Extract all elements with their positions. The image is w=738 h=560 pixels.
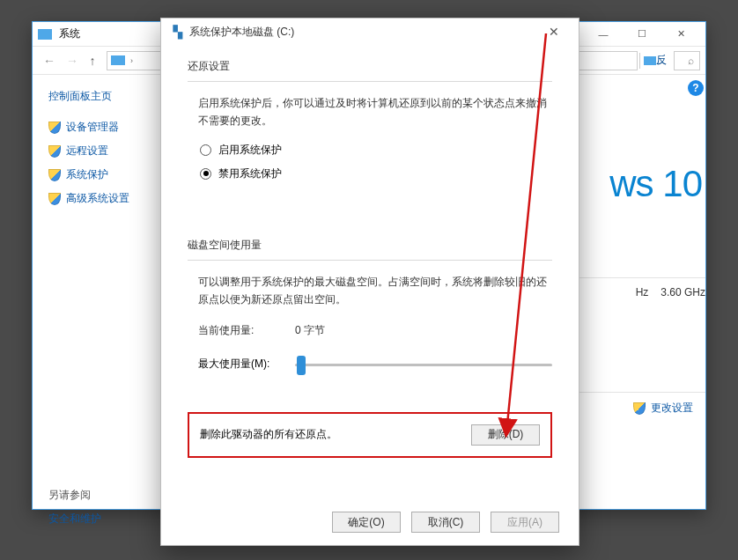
max-usage-row: 最大使用量(M): xyxy=(188,354,552,375)
see-also-label: 另请参阅 xyxy=(48,488,158,503)
system-protection-dialog: ▝▖ 系统保护本地磁盘 (C:) ✕ 还原设置 启用系统保护后，你可以通过及时将… xyxy=(160,18,579,546)
chevron-right-icon: › xyxy=(130,56,133,65)
divider xyxy=(565,277,705,278)
close-button[interactable]: ✕ xyxy=(661,22,700,47)
delete-description: 删除此驱动器的所有还原点。 xyxy=(200,427,459,442)
sidebar-item-advanced[interactable]: 高级系统设置 xyxy=(48,191,158,206)
protection-radio-group: 启用系统保护 禁用系统保护 xyxy=(188,143,552,181)
current-usage-value: 0 字节 xyxy=(295,323,325,338)
dialog-title: 系统保护本地磁盘 (C:) xyxy=(189,25,536,40)
disk-usage-description: 可以调整用于系统保护的最大磁盘空间。占满空间时，系统将删除较旧的还原点以便为新还… xyxy=(188,273,552,309)
dialog-footer: 确定(O) 取消(C) 应用(A) xyxy=(161,503,579,542)
monitor-icon xyxy=(644,56,656,65)
up-button[interactable]: ↑ xyxy=(84,54,101,68)
divider xyxy=(188,81,552,82)
shield-icon xyxy=(48,145,61,158)
radio-enable-protection[interactable]: 启用系统保护 xyxy=(200,143,552,158)
dialog-titlebar: ▝▖ 系统保护本地磁盘 (C:) ✕ xyxy=(161,18,579,45)
radio-disable-protection[interactable]: 禁用系统保护 xyxy=(200,166,552,181)
shield-icon xyxy=(48,122,61,134)
radio-icon xyxy=(200,144,211,156)
radio-label: 禁用系统保护 xyxy=(218,166,282,181)
current-usage-label: 当前使用量: xyxy=(198,323,295,338)
sidebar-item-protection[interactable]: 系统保护 xyxy=(48,167,158,182)
shield-icon xyxy=(48,169,61,181)
sidebar-item-device-mgr[interactable]: 设备管理器 xyxy=(48,120,158,135)
close-icon[interactable]: ✕ xyxy=(536,25,572,39)
slider-track xyxy=(295,364,552,366)
max-usage-label: 最大使用量(M): xyxy=(198,357,295,372)
radio-label: 启用系统保护 xyxy=(218,143,282,158)
divider xyxy=(565,392,705,393)
radio-icon xyxy=(200,168,211,180)
drive-icon: ▝▖ xyxy=(168,25,182,39)
minimize-button[interactable]: — xyxy=(584,22,623,47)
windows10-brand: ws 10 xyxy=(609,163,702,205)
breadcrumb-segment[interactable]: 反 xyxy=(656,53,667,68)
maximize-button[interactable]: ☐ xyxy=(623,22,661,47)
restore-description: 启用系统保护后，你可以通过及时将计算机还原到以前的某个状态点来撤消不需要的更改。 xyxy=(188,94,552,130)
divider xyxy=(188,260,552,261)
shield-icon xyxy=(633,402,646,415)
section-restore-settings: 还原设置 xyxy=(188,59,552,74)
back-button[interactable]: ← xyxy=(38,54,61,68)
search-box[interactable]: ⌕ xyxy=(674,51,700,70)
forward-button[interactable]: → xyxy=(61,54,84,68)
search-icon: ⌕ xyxy=(688,55,694,67)
cpu-hz: Hz xyxy=(636,286,649,298)
monitor-icon xyxy=(111,55,125,65)
apply-button[interactable]: 应用(A) xyxy=(491,512,559,533)
help-icon[interactable]: ? xyxy=(688,80,704,96)
delete-restore-points-box: 删除此驱动器的所有还原点。 删除(D) xyxy=(188,412,552,458)
ok-button[interactable]: 确定(O) xyxy=(332,512,401,533)
slider-thumb[interactable] xyxy=(297,356,306,375)
sidebar-item-security[interactable]: 安全和维护 xyxy=(48,512,158,527)
shield-icon xyxy=(48,193,61,205)
sidebar-home[interactable]: 控制面板主页 xyxy=(48,89,158,104)
system-info: Hz 3.60 GHz xyxy=(636,286,705,298)
cpu-ghz: 3.60 GHz xyxy=(661,286,705,298)
sidebar-item-remote[interactable]: 远程设置 xyxy=(48,144,158,158)
monitor-icon xyxy=(38,29,52,40)
current-usage-row: 当前使用量: 0 字节 xyxy=(188,323,552,338)
change-settings-link[interactable]: 更改设置 xyxy=(633,401,693,416)
separator xyxy=(639,53,640,69)
section-disk-usage: 磁盘空间使用量 xyxy=(188,238,552,253)
max-usage-slider[interactable] xyxy=(295,354,552,375)
delete-button[interactable]: 删除(D) xyxy=(471,424,540,446)
cancel-button[interactable]: 取消(C) xyxy=(411,512,480,533)
sidebar: 控制面板主页 设备管理器 远程设置 系统保护 高级系统设置 另请参阅 安全和维护 xyxy=(33,75,165,509)
